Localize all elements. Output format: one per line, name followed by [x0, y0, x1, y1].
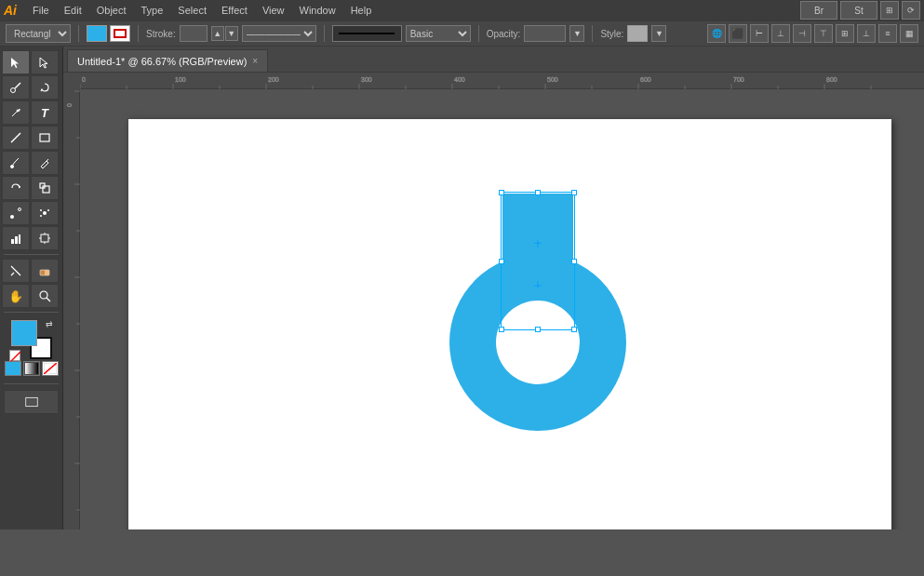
- tool-row-7: [2, 201, 60, 225]
- none-btn[interactable]: [42, 361, 59, 376]
- appearance-select[interactable]: Basic: [406, 25, 471, 42]
- tool-row-9: [2, 259, 60, 283]
- gradient-btn[interactable]: [23, 361, 40, 376]
- stroke-label: Stroke:: [146, 29, 176, 39]
- fill-color-swatch[interactable]: [87, 25, 107, 42]
- stroke-profile-select[interactable]: ——————: [242, 25, 316, 42]
- align-center-h-icon[interactable]: ⊥: [771, 24, 790, 43]
- svg-rect-28: [25, 363, 38, 374]
- svg-rect-16: [15, 236, 18, 244]
- none-icon-btn[interactable]: [9, 350, 20, 361]
- line-tool-btn[interactable]: [2, 126, 30, 150]
- grid-icon[interactable]: ⊞: [880, 1, 899, 20]
- color-mode-icons: [5, 361, 59, 376]
- stroke-width-input[interactable]: [180, 25, 208, 42]
- svg-point-73: [496, 301, 580, 384]
- menu-view[interactable]: View: [256, 3, 291, 18]
- tool-row-8: [2, 226, 60, 250]
- artboard-arrange-icon[interactable]: ⬛: [729, 24, 747, 43]
- sync-icon[interactable]: ⟳: [902, 1, 920, 20]
- br-icon[interactable]: Br: [800, 1, 837, 20]
- align-top-icon[interactable]: ⊤: [814, 24, 833, 43]
- stroke-color-swatch[interactable]: [110, 25, 130, 42]
- align-right-icon[interactable]: ⊣: [793, 24, 811, 43]
- stroke-up-btn[interactable]: ▲: [211, 26, 224, 41]
- svg-text:700: 700: [733, 76, 744, 83]
- menu-select[interactable]: Select: [171, 3, 213, 18]
- menu-file[interactable]: File: [26, 3, 56, 18]
- lasso-btn[interactable]: [31, 75, 59, 100]
- distribute-icon[interactable]: ≡: [878, 24, 897, 43]
- ruler-horizontal: 0 100 200 300 400: [80, 73, 924, 89]
- screen-mode-btn[interactable]: [4, 390, 59, 414]
- tab-title: Untitled-1* @ 66.67% (RGB/Preview): [77, 56, 247, 67]
- column-graph-btn[interactable]: [2, 226, 30, 250]
- sep1: [78, 25, 79, 42]
- align-middle-icon[interactable]: ⊞: [836, 24, 854, 43]
- scale-btn[interactable]: [31, 176, 59, 200]
- color-mode-btn[interactable]: [5, 361, 21, 376]
- type-tool-btn[interactable]: T: [31, 100, 59, 125]
- tool-row-10: ✋: [2, 284, 60, 308]
- svg-rect-18: [41, 234, 48, 242]
- align-bottom-icon[interactable]: ⊥: [857, 24, 876, 43]
- svg-line-27: [11, 352, 20, 361]
- svg-text:400: 400: [454, 76, 465, 83]
- artwork-container: [445, 194, 631, 445]
- zoom-btn[interactable]: [31, 284, 59, 308]
- tab-close-btn[interactable]: ×: [252, 56, 258, 66]
- opacity-input[interactable]: 100%: [524, 25, 566, 42]
- symbol-btn[interactable]: [31, 201, 59, 225]
- main-canvas: Untitled-1* @ 66.67% (RGB/Preview) × 0 1…: [63, 47, 924, 529]
- svg-point-11: [43, 211, 47, 215]
- pencil-btn[interactable]: [31, 151, 59, 175]
- svg-text:0: 0: [82, 76, 86, 83]
- tool-row-6: [2, 176, 60, 200]
- svg-point-5: [11, 166, 14, 168]
- svg-line-3: [11, 133, 20, 142]
- svg-line-26: [47, 298, 50, 301]
- align-left-icon[interactable]: ⊢: [750, 24, 769, 43]
- rect-tool-btn[interactable]: [31, 126, 59, 150]
- menu-window[interactable]: Window: [293, 3, 342, 18]
- st-icon[interactable]: St: [840, 1, 877, 20]
- globe-icon[interactable]: 🌐: [707, 24, 726, 43]
- fill-swatch[interactable]: [11, 320, 37, 346]
- shape-tool-select[interactable]: Rectangle Ellipse Polygon: [6, 24, 71, 43]
- tool-row-5: [2, 151, 60, 175]
- svg-point-25: [40, 291, 47, 299]
- donut-shape[interactable]: [445, 249, 631, 435]
- fill-stroke-group: [87, 25, 130, 42]
- line-style-preview[interactable]: [332, 25, 402, 42]
- menu-edit[interactable]: Edit: [58, 3, 88, 18]
- menu-help[interactable]: Help: [344, 3, 379, 18]
- swap-fill-stroke-btn[interactable]: ⇄: [46, 319, 53, 328]
- selection-tool-btn[interactable]: [2, 50, 30, 74]
- eraser-btn[interactable]: [31, 259, 59, 283]
- toolbox-divider-1: [4, 254, 59, 255]
- magic-wand-btn[interactable]: [2, 75, 30, 100]
- menu-bar: Ai File Edit Object Type Select Effect V…: [0, 0, 924, 20]
- stroke-down-btn[interactable]: ▼: [225, 26, 238, 41]
- color-section: ⇄: [2, 316, 60, 380]
- tool-row-4: [2, 126, 60, 150]
- hand-btn[interactable]: ✋: [2, 284, 30, 308]
- menu-effect[interactable]: Effect: [215, 3, 254, 18]
- pen-tool-btn[interactable]: [2, 100, 30, 125]
- menu-type[interactable]: Type: [135, 3, 170, 18]
- document-tab[interactable]: Untitled-1* @ 66.67% (RGB/Preview) ×: [67, 49, 268, 72]
- blend-btn[interactable]: [2, 201, 30, 225]
- toolbox: T: [0, 47, 63, 529]
- opacity-label: Opacity:: [487, 29, 521, 39]
- rotate-btn[interactable]: [2, 176, 30, 200]
- chart-icon[interactable]: ▦: [900, 24, 918, 43]
- menu-object[interactable]: Object: [90, 3, 133, 18]
- style-swatch[interactable]: [627, 25, 648, 42]
- style-arrow-btn[interactable]: ▼: [651, 25, 666, 42]
- slice-btn[interactable]: [2, 259, 30, 283]
- artboard: [128, 119, 891, 529]
- direct-selection-tool-btn[interactable]: [31, 50, 59, 74]
- opacity-arrow-btn[interactable]: ▼: [569, 25, 584, 42]
- artboard-btn[interactable]: [31, 226, 59, 250]
- paintbrush-btn[interactable]: [2, 151, 30, 175]
